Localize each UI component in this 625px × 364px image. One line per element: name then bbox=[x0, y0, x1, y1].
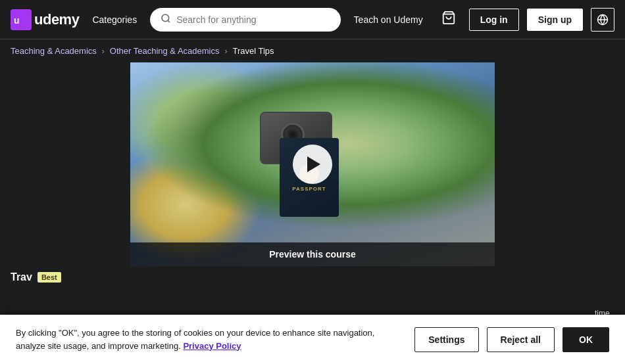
cookie-message: By clicking "OK", you agree to the stori… bbox=[16, 327, 399, 352]
preview-label: Preview this course bbox=[130, 242, 495, 266]
video-thumbnail: PASSPORT Preview this course bbox=[130, 62, 495, 266]
breadcrumb-separator-2: › bbox=[224, 47, 227, 56]
search-icon bbox=[161, 13, 171, 26]
cookie-settings-button[interactable]: Settings bbox=[414, 327, 478, 352]
course-strip: Trav Best bbox=[0, 266, 625, 288]
logo-text: udemy bbox=[34, 11, 79, 28]
cookie-reject-button[interactable]: Reject all bbox=[487, 327, 555, 352]
cart-button[interactable] bbox=[436, 8, 461, 31]
teach-on-udemy-link[interactable]: Teach on Udemy bbox=[349, 14, 428, 25]
bestseller-badge: Best bbox=[38, 272, 61, 283]
video-container: PASSPORT Preview this course bbox=[130, 62, 495, 266]
breadcrumb-separator-1: › bbox=[102, 47, 105, 56]
privacy-policy-link[interactable]: Privacy Policy bbox=[183, 341, 241, 351]
passport-text: PASSPORT bbox=[292, 186, 326, 192]
header: u udemy Categories Teach on Udemy Log in… bbox=[0, 0, 625, 39]
cookie-banner: By clicking "OK", you agree to the stori… bbox=[0, 315, 625, 364]
svg-point-2 bbox=[162, 14, 169, 22]
main-content: PASSPORT Preview this course bbox=[0, 62, 625, 266]
breadcrumb-item-1[interactable]: Teaching & Academics bbox=[11, 46, 97, 56]
course-title: Trav bbox=[11, 271, 32, 283]
logo[interactable]: u udemy bbox=[11, 9, 79, 30]
breadcrumb: Teaching & Academics › Other Teaching & … bbox=[0, 39, 625, 62]
cookie-ok-button[interactable]: OK bbox=[562, 327, 609, 352]
svg-line-3 bbox=[168, 20, 170, 22]
cookie-buttons: Settings Reject all OK bbox=[414, 327, 609, 352]
svg-text:u: u bbox=[14, 15, 20, 26]
play-triangle-icon bbox=[307, 156, 320, 172]
search-input[interactable] bbox=[176, 14, 330, 25]
signup-button[interactable]: Sign up bbox=[527, 9, 583, 31]
categories-button[interactable]: Categories bbox=[87, 12, 142, 28]
language-selector-button[interactable] bbox=[591, 8, 614, 32]
login-button[interactable]: Log in bbox=[469, 9, 519, 31]
breadcrumb-item-2[interactable]: Other Teaching & Academics bbox=[110, 46, 220, 56]
play-button[interactable] bbox=[293, 145, 332, 184]
udemy-logo-icon: u bbox=[11, 9, 32, 30]
breadcrumb-current: Travel Tips bbox=[232, 46, 274, 56]
search-bar bbox=[150, 8, 340, 32]
